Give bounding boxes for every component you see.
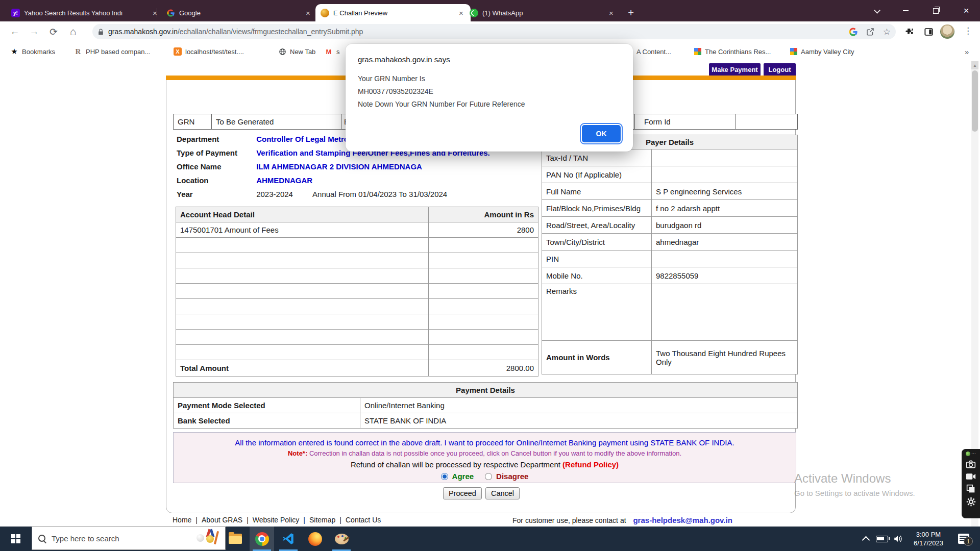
bookmark-new-tab[interactable]: New Tab	[278, 46, 315, 57]
scrollbar-thumb[interactable]	[972, 70, 978, 132]
info-label: Location	[177, 176, 254, 185]
back-icon[interactable]: ←	[7, 24, 22, 39]
tab-e-challan-preview[interactable]: E Challan Preview ×	[315, 4, 471, 21]
video-record-icon[interactable]	[966, 472, 976, 481]
tab-whatsapp[interactable]: (1) WhatsApp ×	[464, 4, 621, 21]
note-text: Correction in challan data is not possib…	[307, 449, 681, 457]
footer-link-sitemap[interactable]: Sitemap	[309, 516, 335, 524]
dialog-ok-button[interactable]: OK	[582, 125, 621, 142]
tab-close-icon[interactable]: ×	[607, 9, 616, 17]
footer-link-home[interactable]: Home	[173, 516, 191, 524]
tab-close-icon[interactable]: ×	[151, 9, 159, 17]
taskbar-file-explorer[interactable]	[223, 527, 248, 551]
payer-value: burudgaon rd	[652, 217, 798, 234]
refund-policy-link[interactable]: (Refund Policy)	[562, 460, 619, 469]
helpdesk-email-link[interactable]: gras-helpdesk@mah.gov.in	[633, 516, 732, 524]
tab-yahoo[interactable]: Yahoo Search Results Yahoo Indi ×	[6, 4, 164, 21]
url-text: gras.mahakosh.gov.in/echallan/challan/vi…	[108, 28, 845, 36]
search-placeholder: Type here to search	[52, 534, 190, 543]
new-tab-button[interactable]: +	[624, 6, 638, 20]
capture-menu-icon[interactable]: ⋯	[966, 451, 976, 456]
scroll-up-arrow[interactable]: ▲	[971, 61, 978, 69]
window-maximize-button[interactable]	[922, 0, 949, 21]
payer-value	[652, 149, 798, 166]
cancel-button[interactable]: Cancel	[485, 487, 520, 499]
tab-google[interactable]: Google ×	[161, 4, 317, 21]
payer-value: ahmednagar	[652, 234, 798, 251]
taskbar-search[interactable]: Type here to search	[32, 527, 226, 550]
bookmark-gmail-s[interactable]: s	[325, 46, 340, 57]
bookmark-localhost-test[interactable]: localhost/test/test....	[174, 46, 244, 57]
payer-label: Town/City/District	[542, 234, 652, 251]
clock-date: 6/17/2023	[914, 539, 943, 547]
window-close-button[interactable]: ×	[952, 0, 980, 21]
window-minimize-button[interactable]	[892, 0, 919, 21]
grn-value: To Be Generated	[212, 114, 341, 130]
payer-value: S P engineering Services	[652, 183, 798, 200]
camera-icon[interactable]	[966, 460, 976, 469]
agreement-radios: Agree Disagree	[174, 472, 796, 481]
taskbar-chrome[interactable]	[250, 527, 274, 551]
grn-label: GRN	[174, 114, 212, 130]
reload-icon[interactable]: ⟳	[46, 24, 61, 39]
bookmark-label: Bookmarks	[22, 48, 55, 56]
footer-link-contact[interactable]: Contact Us	[346, 516, 381, 524]
taskbar-paint[interactable]	[329, 527, 354, 551]
payer-value	[652, 166, 798, 183]
tray-show-hidden-icons[interactable]	[859, 527, 873, 551]
agreement-box: All the information entered is found cor…	[173, 432, 796, 483]
tool-logo-icon	[966, 452, 970, 456]
footer-separator: |	[303, 516, 305, 524]
bookmark-php-based[interactable]: PHP based compan...	[74, 46, 150, 57]
bookmarks-overflow-chevron[interactable]: »	[965, 46, 969, 57]
tab-label: Yahoo Search Results Yahoo Indi	[24, 9, 146, 17]
bookmark-corinthians[interactable]: The Corinthians Res...	[694, 46, 771, 57]
taskbar-vscode[interactable]	[276, 527, 301, 551]
share-icon[interactable]	[866, 27, 875, 36]
restore-icon	[933, 8, 939, 14]
copy-window-icon[interactable]	[966, 484, 975, 493]
proceed-button[interactable]: Proceed	[443, 487, 482, 499]
tray-battery[interactable]	[874, 527, 890, 551]
info-label: Department	[177, 135, 254, 143]
file-explorer-icon	[229, 534, 242, 544]
payer-label: Flat/Block No,Primises/Bldg	[542, 200, 652, 217]
tab-close-icon[interactable]: ×	[304, 9, 312, 17]
browser-tab-strip: Yahoo Search Results Yahoo Indi × Google…	[0, 0, 980, 21]
bookmark-star-icon[interactable]: ☆	[883, 27, 891, 37]
tray-clock[interactable]: 3:00 PM 6/17/2023	[906, 527, 950, 551]
menu-dots-icon[interactable]: ⋮	[964, 26, 972, 36]
screen: Yahoo Search Results Yahoo Indi × Google…	[0, 0, 980, 551]
info-value: ILM AHMEDNAGAR 2 DIVISION AHMEDNAGA	[256, 162, 422, 171]
tray-notifications[interactable]: 1	[953, 527, 974, 551]
taskbar-firefox[interactable]	[303, 527, 327, 551]
make-payment-button[interactable]: Make Payment	[709, 63, 761, 76]
payer-value	[652, 284, 798, 341]
forward-icon[interactable]: →	[27, 24, 42, 39]
extensions-puzzle-icon[interactable]	[904, 27, 915, 37]
address-bar[interactable]: gras.mahakosh.gov.in/echallan/challan/vi…	[92, 24, 896, 39]
footer-link-about[interactable]: About GRAS	[202, 516, 242, 524]
bookmark-aamby-valley[interactable]: Aamby Valley City	[790, 46, 854, 57]
logout-button[interactable]: Logout	[764, 63, 796, 76]
home-icon[interactable]: ⌂	[65, 24, 81, 39]
side-panel-icon[interactable]	[924, 27, 934, 37]
r-letter-icon	[74, 47, 82, 56]
profile-avatar[interactable]	[940, 24, 954, 39]
agree-radio[interactable]	[441, 473, 448, 480]
bookmark-a-content[interactable]: A Content...	[636, 46, 671, 57]
payer-label: Remarks	[542, 284, 652, 341]
tab-search-chevron-icon[interactable]	[875, 8, 880, 13]
tray-volume[interactable]	[890, 527, 905, 551]
start-button[interactable]	[0, 527, 32, 551]
bookmark-bookmarks[interactable]: ★ Bookmarks	[10, 46, 55, 57]
agreement-note: Note*: Correction in challan data is not…	[174, 449, 796, 457]
google-lens-icon[interactable]	[849, 28, 857, 36]
footer-link-website-policy[interactable]: Website Policy	[253, 516, 300, 524]
payment-details-table: Payment Details Payment Mode Selected On…	[173, 382, 798, 429]
disagree-radio[interactable]	[485, 473, 492, 480]
capture-tools-panel: ⋯	[962, 449, 980, 518]
account-head-amount: 2800	[429, 222, 538, 238]
settings-gear-icon[interactable]	[966, 497, 976, 507]
empty-row	[176, 330, 538, 345]
